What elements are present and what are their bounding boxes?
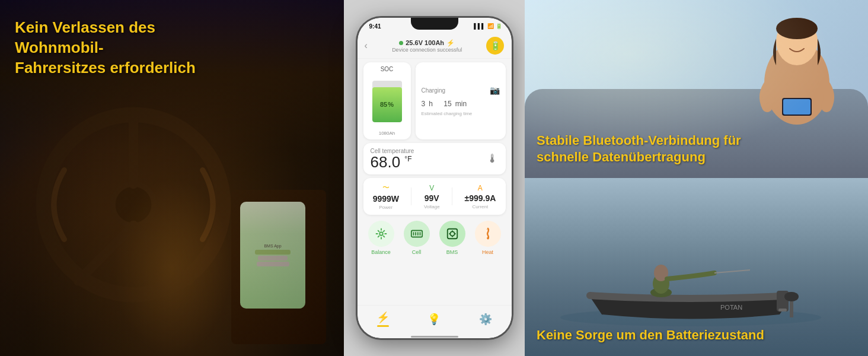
left-headline: Kein Verlassen des Wohnmobil- Fahrersitz… xyxy=(15,18,205,78)
right-bottom-headline-text: Keine Sorge um den Batteriezustand xyxy=(537,328,764,342)
phone-home-indicator xyxy=(358,335,512,338)
bolt-nav-icon: ⚡ xyxy=(376,311,390,324)
svg-point-12 xyxy=(450,231,454,236)
phone-mockup: 9:41 ▌▌▌ 📶 🔋 ‹ 25.6V 100Ah ⚡ Device conn… xyxy=(358,18,512,338)
right-bottom-headline: Keine Sorge um den Batteriezustand xyxy=(537,327,764,344)
right-top-headline: Stabile Bluetooth-Verbindung für schnell… xyxy=(537,132,762,166)
device-name-row: 25.6V 100Ah ⚡ xyxy=(399,39,455,47)
left-panel: BMS App Kein Verlassen des Wohnmobil- Fa… xyxy=(0,0,344,356)
phone-content: SOC 85 % 1080Ah xyxy=(358,59,512,305)
center-panel: 9:41 ▌▌▌ 📶 🔋 ‹ 25.6V 100Ah ⚡ Device conn… xyxy=(344,0,525,356)
svg-text:POTAN: POTAN xyxy=(720,304,742,311)
battery-icon: 🔋 xyxy=(496,23,502,29)
phone-header: ‹ 25.6V 100Ah ⚡ Device connection succes… xyxy=(358,34,512,59)
balance-label: Balance xyxy=(371,249,391,255)
nav-active-indicator xyxy=(377,325,389,327)
woman-figure xyxy=(738,6,856,136)
soc-label: SOC xyxy=(381,66,394,72)
cell-temp-value: 68.0 °F xyxy=(371,154,414,170)
cell-temp-block: Cell temperature 68.0 °F 🌡 xyxy=(363,143,506,174)
svg-rect-14 xyxy=(486,229,490,230)
heat-icon-circle xyxy=(475,221,501,247)
soc-bar-fill: 85 % xyxy=(372,87,402,123)
cell-icon-circle xyxy=(404,221,430,247)
signal-icon: ▌▌▌ xyxy=(474,23,485,29)
bulb-nav-icon: 💡 xyxy=(427,313,441,326)
svg-point-5 xyxy=(379,232,383,236)
voltage-item: V 99V Voltage xyxy=(424,184,440,209)
svg-line-26 xyxy=(714,270,750,273)
charging-header-row: Charging 📷 xyxy=(422,85,500,95)
heat-icon xyxy=(481,227,494,240)
current-item: A ±999.9A Current xyxy=(464,184,496,209)
right-top-headline-text: Stabile Bluetooth-Verbindung für schnell… xyxy=(537,133,741,165)
charging-time-display: 3 h 15 min xyxy=(422,95,500,109)
feature-bms[interactable]: BMS xyxy=(439,221,465,255)
feature-cell[interactable]: Cell xyxy=(404,221,430,255)
balance-icon xyxy=(375,227,388,240)
svg-rect-6 xyxy=(411,231,422,237)
svg-rect-11 xyxy=(447,229,457,239)
feature-heat[interactable]: Heat xyxy=(475,221,501,255)
nav-item-bulb[interactable]: 💡 xyxy=(427,313,441,326)
home-bar xyxy=(411,336,458,338)
cell-temp-unit: °F xyxy=(404,155,411,163)
status-icons: ▌▌▌ 📶 🔋 xyxy=(474,23,502,29)
phone-bottom-nav: ⚡ 💡 ⚙️ xyxy=(358,305,512,335)
soc-bar-container: 85 % xyxy=(372,81,402,122)
current-icon: A xyxy=(478,184,483,192)
bms-icon-circle xyxy=(439,221,465,247)
feature-balance[interactable]: Balance xyxy=(368,221,394,255)
device-name-text: 25.6V 100Ah xyxy=(406,39,444,46)
left-headline-text: Kein Verlassen des Wohnmobil- xyxy=(15,18,155,56)
charging-block: Charging 📷 3 h 15 min Estimated charging… xyxy=(416,62,506,139)
nav-item-settings[interactable]: ⚙️ xyxy=(479,313,492,326)
charging-minutes: 15 xyxy=(443,100,451,108)
soc-capacity: 1080Ah xyxy=(379,131,395,136)
cell-temp-number: 68.0 xyxy=(371,153,401,171)
soc-block: SOC 85 % 1080Ah xyxy=(363,62,411,139)
voltage-value: 99V xyxy=(425,193,439,203)
svg-point-13 xyxy=(487,237,489,240)
voltage-icon: V xyxy=(429,184,434,192)
boat-illustration: POTAN xyxy=(542,214,839,332)
cell-label: Cell xyxy=(412,249,422,255)
mini-phone-screen: BMS App xyxy=(240,202,305,309)
charging-min-unit: min xyxy=(455,100,467,108)
cell-temp-info: Cell temperature 68.0 °F xyxy=(371,148,414,170)
right-panel: Stabile Bluetooth-Verbindung für schnell… xyxy=(525,0,868,356)
right-top-section: Stabile Bluetooth-Verbindung für schnell… xyxy=(525,0,868,178)
balance-icon-circle xyxy=(368,221,394,247)
soc-charging-row: SOC 85 % 1080Ah xyxy=(363,62,506,139)
device-status-text: Device connection successful xyxy=(392,47,462,53)
thermometer-icon: 🌡 xyxy=(487,152,499,166)
left-headline-text2: Fahrersitzes erforderlich xyxy=(15,59,196,77)
cell-icon xyxy=(410,227,423,240)
svg-rect-22 xyxy=(778,309,787,312)
power-divider-1 xyxy=(411,187,411,205)
svg-point-17 xyxy=(776,18,818,39)
connection-dot xyxy=(399,41,403,45)
phone-in-hand-visual: BMS App xyxy=(231,190,326,344)
woman-illustration xyxy=(738,6,856,136)
battery-emoji: 🔋 xyxy=(490,41,500,50)
nav-item-bolt[interactable]: ⚡ xyxy=(376,311,390,327)
current-value: ±999.9A xyxy=(464,193,496,203)
camera-icon: 📷 xyxy=(490,85,500,95)
soc-value: 85 xyxy=(380,101,387,108)
power-row: 〜 9999W Power V 99V Voltage A ±999.9A xyxy=(363,178,506,215)
charging-h-unit: h xyxy=(429,100,433,108)
wifi-icon: 📶 xyxy=(487,23,494,29)
device-type-icon: ⚡ xyxy=(446,39,455,47)
device-info: 25.6V 100Ah ⚡ Device connection successf… xyxy=(392,39,462,53)
charging-hours: 3 xyxy=(422,100,426,108)
power-divider-2 xyxy=(452,187,452,205)
heat-label: Heat xyxy=(482,249,493,255)
settings-nav-icon: ⚙️ xyxy=(479,313,492,326)
road-glow xyxy=(113,178,231,356)
current-label: Current xyxy=(473,204,489,209)
soc-unit: % xyxy=(388,101,394,108)
back-button[interactable]: ‹ xyxy=(365,40,368,51)
battery-header-icon: 🔋 xyxy=(486,37,504,55)
svg-rect-19 xyxy=(783,99,810,115)
